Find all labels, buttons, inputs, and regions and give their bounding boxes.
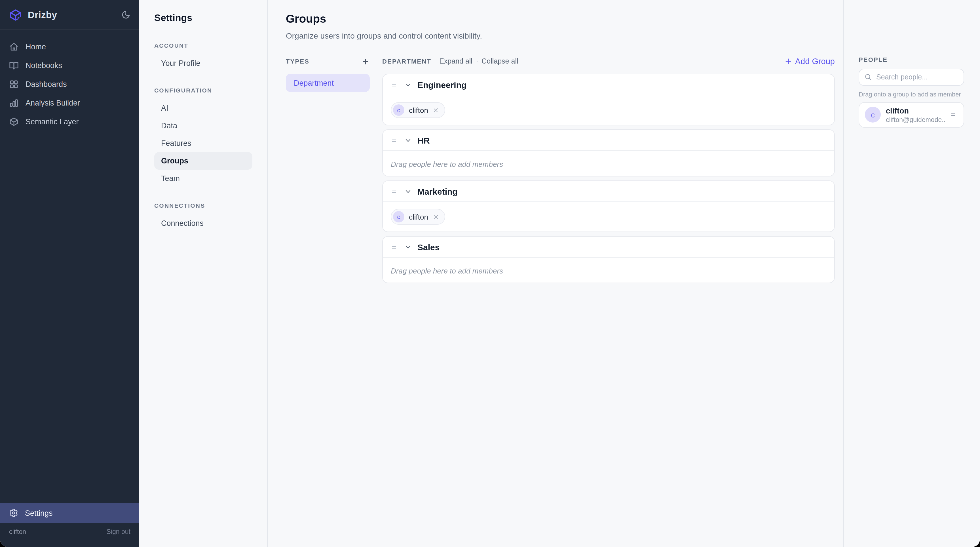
moon-icon xyxy=(121,10,130,19)
types-list: Department xyxy=(286,74,370,92)
avatar: c xyxy=(393,211,404,222)
expand-all-link[interactable]: Expand all xyxy=(439,57,473,65)
sidebar-nav: HomeNotebooksDashboardsAnalysis BuilderS… xyxy=(0,30,139,503)
department-header: DEPARTMENT xyxy=(382,58,431,65)
group-header: Marketing xyxy=(383,181,834,201)
avatar: c xyxy=(393,104,404,116)
sidebar-footer: clifton Sign out xyxy=(0,523,139,547)
dark-mode-toggle[interactable] xyxy=(121,10,130,19)
member-chip-clifton[interactable]: cclifton xyxy=(391,209,445,225)
member-name: clifton xyxy=(409,106,428,114)
people-header: PEOPLE xyxy=(859,56,964,63)
settings-nav-item-ai[interactable]: AI xyxy=(154,99,252,117)
collapse-all-link[interactable]: Collapse all xyxy=(482,57,518,65)
group-card-engineering: Engineeringcclifton xyxy=(382,74,835,125)
member-chip-clifton[interactable]: cclifton xyxy=(391,102,445,118)
sidebar-item-notebooks[interactable]: Notebooks xyxy=(0,56,139,75)
app-title: Drizby xyxy=(28,10,57,20)
sidebar-item-dashboards[interactable]: Dashboards xyxy=(0,75,139,94)
group-collapse-toggle[interactable] xyxy=(404,188,412,195)
types-header: TYPES xyxy=(286,58,309,65)
app-window: Drizby HomeNotebooksDashboardsAnalysis B… xyxy=(0,0,980,547)
sidebar-item-analysis-builder[interactable]: Analysis Builder xyxy=(0,94,139,112)
settings-nav-item-features[interactable]: Features xyxy=(154,134,252,152)
types-column: TYPES Department xyxy=(286,55,370,287)
add-group-button[interactable]: Add Group xyxy=(784,57,835,66)
link-separator: · xyxy=(476,57,478,65)
section-label-account: ACCOUNT xyxy=(154,42,252,49)
remove-member-button[interactable] xyxy=(433,214,439,220)
drag-handle-icon xyxy=(391,243,399,251)
person-name: clifton xyxy=(886,107,945,116)
group-header: Engineering xyxy=(383,74,834,95)
semantic-icon xyxy=(9,117,19,126)
settings-nav-title: Settings xyxy=(154,13,252,24)
close-icon xyxy=(433,107,439,113)
chevron-down-icon xyxy=(404,137,412,144)
signout-link[interactable]: Sign out xyxy=(107,528,130,535)
group-members: cclifton xyxy=(383,202,834,231)
group-name: Marketing xyxy=(417,187,458,196)
settings-sections: ACCOUNTYour ProfileCONFIGURATIONAIDataFe… xyxy=(154,42,252,232)
group-drag-handle[interactable] xyxy=(391,137,399,144)
notebooks-icon xyxy=(9,61,19,70)
group-collapse-toggle[interactable] xyxy=(404,81,412,89)
add-type-button[interactable] xyxy=(361,57,370,65)
sidebar-item-semantic-layer[interactable]: Semantic Layer xyxy=(0,112,139,131)
sidebar-item-label: Semantic Layer xyxy=(25,118,79,126)
sidebar-item-label: Dashboards xyxy=(25,80,67,89)
settings-nav-item-team[interactable]: Team xyxy=(154,170,252,187)
group-header: Sales xyxy=(383,237,834,257)
people-search xyxy=(859,69,964,86)
avatar: c xyxy=(865,107,881,123)
group-card-marketing: Marketingcclifton xyxy=(382,180,835,232)
sidebar-item-label: Notebooks xyxy=(25,61,62,70)
person-drag-handle[interactable] xyxy=(950,111,958,119)
chevron-down-icon xyxy=(404,188,412,195)
close-icon xyxy=(433,214,439,220)
group-drag-handle[interactable] xyxy=(391,81,399,89)
plus-icon xyxy=(361,57,370,65)
department-column: DEPARTMENT Expand all · Collapse all Add… xyxy=(382,55,835,287)
group-collapse-toggle[interactable] xyxy=(404,243,412,251)
search-people-input[interactable] xyxy=(859,69,964,86)
people-list: ccliftonclifton@guidemode.... xyxy=(859,102,964,128)
page-subtitle: Organize users into groups and control c… xyxy=(286,31,835,40)
sidebar-header: Drizby xyxy=(0,0,139,30)
drag-handle-icon xyxy=(391,188,399,196)
plus-icon xyxy=(784,57,792,65)
drag-handle-icon xyxy=(391,137,399,144)
footer-username: clifton xyxy=(9,528,26,535)
main-panel: Groups Organize users into groups and co… xyxy=(268,0,844,547)
drag-handle-icon xyxy=(950,111,958,119)
brand[interactable]: Drizby xyxy=(9,8,57,21)
people-hint: Drag onto a group to add as member xyxy=(859,91,964,97)
group-empty-hint: Drag people here to add members xyxy=(391,160,503,169)
person-card-clifton[interactable]: ccliftonclifton@guidemode.... xyxy=(859,102,964,128)
section-label-connections: CONNECTIONS xyxy=(154,202,252,209)
settings-nav: Settings ACCOUNTYour ProfileCONFIGURATIO… xyxy=(139,0,268,547)
group-drag-handle[interactable] xyxy=(391,243,399,251)
home-icon xyxy=(9,42,19,52)
sidebar-item-label: Analysis Builder xyxy=(25,99,80,107)
sidebar-settings-label: Settings xyxy=(25,509,53,517)
group-collapse-toggle[interactable] xyxy=(404,137,412,144)
sidebar-item-settings[interactable]: Settings xyxy=(0,503,139,523)
dashboards-icon xyxy=(9,80,19,89)
settings-nav-item-your-profile[interactable]: Your Profile xyxy=(154,54,252,72)
settings-nav-item-data[interactable]: Data xyxy=(154,117,252,134)
chevron-down-icon xyxy=(404,243,412,251)
group-drag-handle[interactable] xyxy=(391,188,399,196)
chevron-down-icon xyxy=(404,81,412,89)
section-label-configuration: CONFIGURATION xyxy=(154,87,252,94)
type-pill-department[interactable]: Department xyxy=(286,74,370,92)
group-card-sales: SalesDrag people here to add members xyxy=(382,236,835,283)
settings-nav-item-groups[interactable]: Groups xyxy=(154,152,252,170)
remove-member-button[interactable] xyxy=(433,107,439,113)
settings-nav-item-connections[interactable]: Connections xyxy=(154,214,252,232)
sidebar-item-home[interactable]: Home xyxy=(0,37,139,56)
group-card-hr: HRDrag people here to add members xyxy=(382,129,835,177)
gear-icon xyxy=(9,509,18,517)
group-empty-hint: Drag people here to add members xyxy=(391,267,503,275)
drizby-logo-icon xyxy=(9,8,22,21)
